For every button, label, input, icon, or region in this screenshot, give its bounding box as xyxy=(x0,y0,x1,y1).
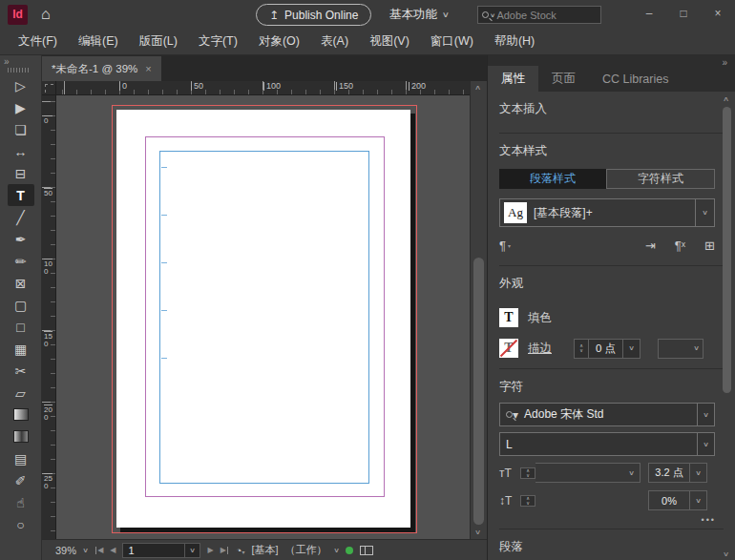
leading-dropdown[interactable]: ∨ xyxy=(690,463,707,483)
direct-selection-tool[interactable]: ▶ xyxy=(8,96,34,118)
dropdown-arrow[interactable]: ∨ xyxy=(697,404,714,425)
paragraph-mark-icon[interactable]: ¶ xyxy=(499,239,506,253)
menu-object[interactable]: 对象(O) xyxy=(248,29,310,54)
page-dropdown[interactable]: ∨ xyxy=(184,544,200,557)
dropdown-arrow[interactable]: ∨ xyxy=(624,469,640,477)
menu-window[interactable]: 窗口(W) xyxy=(420,29,484,54)
pasteboard[interactable] xyxy=(56,95,470,539)
leading-value[interactable]: 3.2 点 xyxy=(648,463,690,483)
stepper-arrows[interactable]: ∧ ∨ xyxy=(520,495,536,507)
content-collector-tool[interactable]: ⊟ xyxy=(8,162,34,184)
workspace-switcher[interactable]: 基本功能 ∨ xyxy=(389,4,449,26)
paragraph-style-dropdown[interactable]: Ag [基本段落]+ ∨ xyxy=(499,198,715,227)
menu-view[interactable]: 视图(V) xyxy=(359,29,420,54)
scrollbar-thumb[interactable] xyxy=(723,107,731,393)
scale-value[interactable]: 0% xyxy=(648,490,690,510)
stock-search-box[interactable]: ∨ xyxy=(477,6,601,24)
page-tool[interactable]: ❏ xyxy=(8,118,34,140)
eyedropper-tool[interactable]: ✐ xyxy=(8,469,34,491)
stroke-label[interactable]: 描边 xyxy=(528,341,564,357)
tab-cc-libraries[interactable]: CC Libraries xyxy=(589,66,682,92)
menu-help[interactable]: 帮助(H) xyxy=(484,29,545,54)
zoom-tool[interactable]: ○ xyxy=(8,513,34,535)
menu-table[interactable]: 表(A) xyxy=(310,29,359,54)
panel-scrollbar[interactable]: ∧ ∨ xyxy=(721,95,734,558)
paragraph-styles-tab[interactable]: 段落样式 xyxy=(499,169,606,189)
vertical-scrollbar[interactable]: ∧ ∨ xyxy=(470,81,487,539)
publish-online-button[interactable]: ↥ Publish Online xyxy=(256,4,371,26)
ruler-origin[interactable] xyxy=(42,81,56,95)
preflight-profile[interactable]: [基本] xyxy=(251,543,278,557)
gradient-swatch-tool[interactable] xyxy=(8,404,34,425)
stroke-weight-dropdown[interactable]: ∨ xyxy=(623,339,640,359)
app-icon[interactable]: Id xyxy=(8,5,28,25)
gradient-feather-tool[interactable] xyxy=(8,425,34,447)
page-number-field[interactable]: 1 ∨ xyxy=(122,543,200,558)
character-styles-tab[interactable]: 字符样式 xyxy=(606,169,715,189)
hand-tool[interactable]: ☝ xyxy=(8,491,34,513)
stepper-arrows[interactable]: ∧ ∨ xyxy=(520,467,536,479)
gap-tool[interactable]: ↔ xyxy=(8,140,34,162)
collapse-panel-icon[interactable]: » xyxy=(722,57,727,68)
dropdown-arrow[interactable]: ∨ xyxy=(695,199,714,226)
rectangle-frame-tool-icon: ⊠ xyxy=(15,276,27,291)
scroll-down-icon[interactable]: ∨ xyxy=(474,529,481,536)
panel-grip[interactable] xyxy=(8,68,31,73)
first-page-button[interactable]: ◀ xyxy=(94,546,103,554)
pages-icon[interactable] xyxy=(360,546,373,555)
scrollbar-thumb[interactable] xyxy=(473,258,484,525)
scroll-down-icon[interactable]: ∨ xyxy=(723,550,729,558)
rectangle-tool[interactable]: ▢ xyxy=(8,294,34,316)
menu-layout[interactable]: 版面(L) xyxy=(129,29,188,54)
menu-type[interactable]: 文字(T) xyxy=(188,29,248,54)
menu-file[interactable]: 文件(F) xyxy=(8,29,68,54)
previous-page-button[interactable]: ◀ xyxy=(110,546,116,554)
pencil-tool[interactable]: ✏ xyxy=(8,250,34,272)
document-tab[interactable]: *未命名-1 @ 39% × xyxy=(42,56,161,81)
last-page-button[interactable]: ▶ xyxy=(220,546,229,554)
dropdown-arrow[interactable]: ∨ xyxy=(697,433,714,455)
preflight-menu[interactable]: ◔▾ xyxy=(236,545,245,556)
font-style-dropdown[interactable]: L ∨ xyxy=(499,432,715,456)
free-transform-tool-icon: ▱ xyxy=(15,385,26,401)
redefine-style-icon[interactable]: ⇥ xyxy=(645,239,656,253)
fill-swatch[interactable]: T xyxy=(499,308,518,327)
stroke-swatch[interactable]: T xyxy=(499,339,518,358)
free-transform-tool[interactable]: ▱ xyxy=(8,382,34,404)
scroll-up-icon[interactable]: ∧ xyxy=(474,84,481,92)
note-tool[interactable]: ▤ xyxy=(8,447,34,469)
next-page-button[interactable]: ▶ xyxy=(207,546,213,554)
stroke-weight-value[interactable]: 0 点 xyxy=(589,339,623,359)
maximize-button[interactable]: □ xyxy=(666,0,701,27)
new-style-icon[interactable]: ⊞ xyxy=(704,239,715,253)
pen-tool[interactable]: ✒ xyxy=(8,228,34,250)
stepper-arrows[interactable]: ∧ ∨ xyxy=(574,339,589,359)
minimize-button[interactable]: – xyxy=(632,0,666,27)
chevron-down-icon[interactable]: ∨ xyxy=(333,547,340,554)
close-tab-icon[interactable]: × xyxy=(145,63,151,74)
selection-tool[interactable]: ▷ xyxy=(8,74,34,96)
more-options-button[interactable]: ••• xyxy=(702,515,716,525)
tab-properties[interactable]: 属性 xyxy=(488,66,538,92)
fill-label[interactable]: 填色 xyxy=(528,310,564,326)
menu-edit[interactable]: 编辑(E) xyxy=(68,29,129,54)
scale-dropdown[interactable]: ∨ xyxy=(690,490,707,510)
stroke-type-dropdown[interactable]: ∨ xyxy=(658,339,704,359)
font-family-dropdown[interactable]: ▾ Adobe 宋体 Std ∨ xyxy=(499,403,715,426)
close-button[interactable]: × xyxy=(701,0,735,27)
clear-overrides-icon[interactable]: ¶ˣ xyxy=(675,239,685,253)
font-size-combo[interactable]: ∨ xyxy=(536,463,640,483)
scissors-tool[interactable]: ✂ xyxy=(8,360,34,382)
chevron-down-icon[interactable]: ∨ xyxy=(82,547,89,554)
zoom-level[interactable]: 39% xyxy=(55,545,76,556)
tab-pages[interactable]: 页面 xyxy=(538,66,589,92)
type-tool[interactable]: T xyxy=(8,184,34,206)
horizontal-grid-tool[interactable]: ▦ xyxy=(8,338,34,360)
search-input[interactable] xyxy=(496,10,582,21)
scroll-up-icon[interactable]: ∧ xyxy=(723,95,729,103)
shape-tool[interactable]: □ xyxy=(8,316,34,338)
expand-panel-icon[interactable]: » xyxy=(4,56,10,67)
home-icon[interactable]: ⌂ xyxy=(41,6,51,23)
line-tool[interactable]: ╱ xyxy=(8,206,34,228)
rectangle-frame-tool[interactable]: ⊠ xyxy=(8,272,34,294)
